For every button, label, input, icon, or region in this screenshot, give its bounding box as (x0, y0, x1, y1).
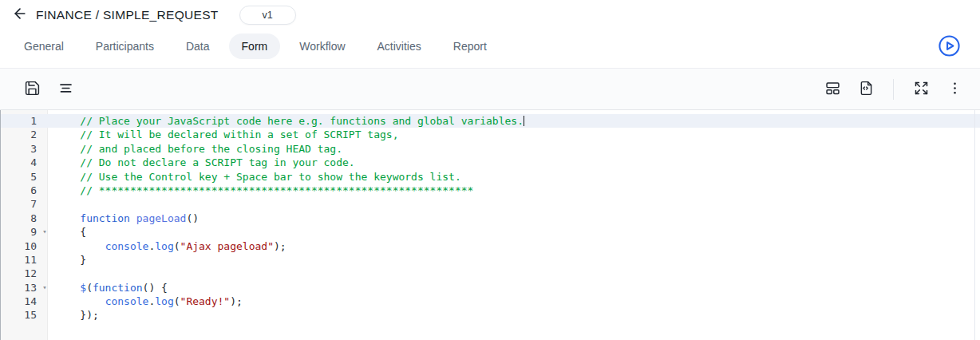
editor-line[interactable]: 6 // ***********************************… (1, 184, 980, 197)
version-badge[interactable]: v1 (239, 6, 296, 25)
code-view-button[interactable] (856, 80, 875, 99)
toolbar-right-group (823, 79, 964, 100)
code-text: console.log("Ready!"); (50, 295, 243, 308)
code-editor[interactable]: 1 // Place your JavaScript code here e.g… (0, 110, 980, 340)
code-text: // Do not declare a SCRIPT tag in your c… (50, 156, 355, 169)
line-gutter: 4 (1, 156, 50, 169)
code-file-icon (858, 80, 875, 99)
fold-arrow-icon[interactable]: ▾ (39, 225, 50, 239)
editor-line[interactable]: 4 // Do not declare a SCRIPT tag in your… (1, 156, 980, 169)
fold-spacer (39, 128, 50, 141)
line-gutter: 10 (1, 239, 50, 253)
editor-line[interactable]: 9▾ { (1, 225, 980, 239)
fold-arrow-icon[interactable]: ▾ (39, 281, 50, 295)
line-gutter: 1 (1, 114, 50, 128)
fold-spacer (39, 212, 50, 225)
editor-line[interactable]: 1 // Place your JavaScript code here e.g… (1, 114, 980, 128)
tab-form[interactable]: Form (229, 34, 281, 59)
tab-activities[interactable]: Activities (365, 34, 434, 59)
run-button[interactable] (937, 34, 961, 58)
code-text: // *************************************… (50, 184, 473, 197)
layout-view-button[interactable] (823, 80, 842, 99)
editor-line[interactable]: 15 }); (1, 308, 980, 322)
fold-spacer (39, 156, 50, 169)
line-gutter: 6 (1, 184, 50, 197)
line-number: 6 (1, 184, 39, 197)
tab-general[interactable]: General (11, 34, 77, 59)
save-icon (24, 80, 41, 99)
line-number: 13 (1, 281, 39, 295)
editor-line[interactable]: 8 function pageLoad() (1, 212, 980, 225)
editor-line[interactable]: 7 (1, 197, 980, 211)
tab-workflow[interactable]: Workflow (286, 34, 358, 59)
code-text (50, 197, 55, 211)
fold-spacer (39, 267, 50, 280)
menu-lines-icon (57, 80, 74, 99)
line-gutter: 7 (1, 197, 50, 211)
line-number: 14 (1, 295, 39, 308)
editor-line[interactable]: 12 (1, 267, 980, 280)
line-gutter: 3 (1, 142, 50, 156)
back-button[interactable] (10, 6, 30, 25)
editor-line[interactable]: 5 // Use the Control key + Space bar to … (1, 170, 980, 184)
editor-line[interactable]: 2 // It will be declared within a set of… (1, 128, 980, 141)
tab-list: GeneralParticipantsDataFormWorkflowActiv… (11, 34, 506, 59)
code-text: }); (50, 308, 99, 322)
code-text: // and placed before the closing HEAD ta… (50, 142, 342, 156)
breadcrumb: FINANCE / SIMPLE_REQUEST (36, 8, 219, 22)
code-text: } (50, 253, 86, 267)
fold-spacer (39, 197, 50, 211)
tab-report[interactable]: Report (441, 34, 500, 59)
line-gutter: 5 (1, 170, 50, 184)
line-gutter: 13▾ (1, 281, 50, 295)
line-number: 9 (1, 225, 39, 239)
editor-line[interactable]: 3 // and placed before the closing HEAD … (1, 142, 980, 156)
line-number: 11 (1, 253, 39, 267)
line-gutter: 14 (1, 295, 50, 308)
line-gutter: 11 (1, 253, 50, 267)
line-number: 4 (1, 156, 39, 169)
line-number: 3 (1, 142, 39, 156)
tab-bar: GeneralParticipantsDataFormWorkflowActiv… (0, 25, 980, 69)
kebab-menu-icon (946, 80, 963, 99)
line-gutter: 15 (1, 308, 50, 322)
play-circle-icon (938, 48, 961, 60)
line-number: 10 (1, 239, 39, 253)
code-text: function pageLoad() (50, 212, 199, 225)
code-text: console.log("Ajax pageload"); (50, 239, 286, 253)
tab-data[interactable]: Data (173, 34, 223, 59)
tab-participants[interactable]: Participants (83, 34, 167, 59)
line-number: 5 (1, 170, 39, 184)
line-gutter: 9▾ (1, 225, 50, 239)
code-text: { (50, 225, 86, 239)
editor-line[interactable]: 11 } (1, 253, 980, 267)
arrow-left-icon (12, 6, 28, 24)
fullscreen-button[interactable] (911, 80, 931, 99)
text-cursor (524, 116, 524, 126)
editor-line[interactable]: 13▾ $(function() { (1, 281, 980, 295)
fold-spacer (39, 239, 50, 253)
fold-spacer (39, 114, 50, 128)
code-text: // It will be declared within a set of S… (50, 128, 398, 141)
code-text (50, 267, 55, 280)
layout-panels-icon (824, 80, 841, 99)
line-gutter: 2 (1, 128, 50, 141)
editor-line[interactable]: 10 console.log("Ajax pageload"); (1, 239, 980, 253)
fullscreen-expand-icon (913, 80, 930, 99)
line-number: 15 (1, 308, 39, 322)
save-button[interactable] (22, 80, 41, 99)
code-text: // Place your JavaScript code here e.g. … (50, 114, 524, 128)
menu-button[interactable] (56, 80, 75, 99)
editor-line[interactable]: 14 console.log("Ready!"); (1, 295, 980, 308)
fold-spacer (39, 184, 50, 197)
code-text: $(function() { (50, 281, 168, 295)
line-gutter: 8 (1, 212, 50, 225)
line-number: 1 (1, 114, 39, 128)
line-number: 12 (1, 267, 39, 280)
toolbar-divider (893, 79, 894, 100)
code-text: // Use the Control key + Space bar to sh… (50, 170, 461, 184)
toolbar-left-group (22, 80, 75, 99)
more-options-button[interactable] (945, 80, 964, 99)
editor-toolbar (0, 69, 980, 110)
line-number: 2 (1, 128, 39, 141)
